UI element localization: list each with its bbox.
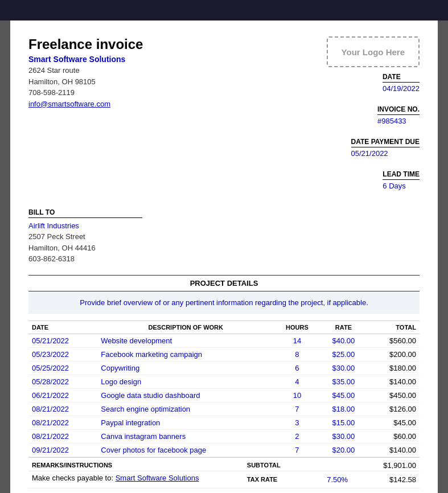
table-row: 05/28/2022 Logo design 4 $35.00 $140.00: [28, 375, 420, 388]
row-hours: 8: [274, 347, 320, 361]
bill-to-label: BILL TO: [28, 208, 142, 218]
company-address-line2: Hamilton, OH 98105: [28, 76, 143, 88]
company-email[interactable]: info@smartsoftware.com: [28, 100, 110, 108]
row-date: 06/21/2022: [28, 388, 97, 402]
row-rate: $20.00: [320, 443, 367, 457]
company-info: Freelance invoice Smart Software Solutio…: [28, 36, 143, 197]
row-hours: 7: [274, 402, 320, 416]
subtotal-label: SUBTOTAL: [244, 457, 314, 471]
table-row: 05/21/2022 Website development 14 $40.00…: [28, 334, 420, 347]
row-rate: $25.00: [320, 347, 367, 361]
line-items-table: DATE DESCRIPTION OF WORK HOURS RATE TOTA…: [28, 321, 420, 457]
company-name: Smart Software Solutions: [28, 55, 143, 64]
total-label: TOTAL: [244, 488, 314, 493]
row-hours: 3: [274, 416, 320, 429]
row-rate: $40.00: [320, 334, 367, 347]
lead-time-label: LEAD TIME: [383, 170, 420, 180]
row-description: Logo design: [97, 375, 274, 388]
col-rate: RATE: [320, 321, 367, 334]
subtotal-spacer: [314, 457, 361, 471]
row-rate: $30.00: [320, 361, 367, 375]
row-rate: $30.00: [320, 429, 367, 443]
row-hours: 14: [274, 334, 320, 347]
table-row: 08/21/2022 Canva instagram banners 2 $30…: [28, 429, 420, 443]
row-date: 05/25/2022: [28, 361, 97, 375]
invoice-container: Freelance invoice Smart Software Solutio…: [10, 20, 438, 493]
bill-to-name: Airlift Industries: [28, 221, 142, 230]
tax-rate-label: TAX RATE: [244, 471, 314, 488]
row-rate: $15.00: [320, 416, 367, 429]
row-description: Search engine optimization: [97, 402, 274, 416]
row-date: 09/21/2022: [28, 443, 97, 457]
row-hours: 6: [274, 361, 320, 375]
row-total: $560.00: [367, 334, 420, 347]
invoice-title: Freelance invoice: [28, 36, 143, 52]
totals-table: REMARKS/INSTRUCTIONS SUBTOTAL $1,901.00 …: [28, 457, 420, 494]
row-description: Facebook marketing campaign: [97, 347, 274, 361]
row-date: 08/21/2022: [28, 429, 97, 443]
total-value: $2,043.58: [361, 488, 420, 493]
payment-due-field: DATE PAYMENT DUE 05/21/2022: [351, 138, 420, 158]
table-row: 05/23/2022 Facebook marketing campaign 8…: [28, 347, 420, 361]
bill-to-address2: Hamilton, OH 44416: [28, 243, 142, 254]
bill-to-address1: 2507 Peck Street: [28, 231, 142, 243]
row-rate: $45.00: [320, 388, 367, 402]
row-description: Website development: [97, 334, 274, 347]
date-value: 04/19/2022: [383, 84, 420, 93]
row-description: Cover photos for facebook page: [97, 443, 274, 457]
row-rate: $35.00: [320, 375, 367, 388]
row-date: 05/28/2022: [28, 375, 97, 388]
page-wrapper: Freelance invoice Smart Software Solutio…: [0, 0, 448, 493]
row-date: 08/21/2022: [28, 402, 97, 416]
date-label: DATE: [383, 73, 420, 83]
col-description: DESCRIPTION OF WORK: [97, 321, 274, 334]
row-total: $140.00: [367, 375, 420, 388]
bill-to-section: BILL TO Airlift Industries 2507 Peck Str…: [28, 208, 142, 265]
invoice-header: Freelance invoice Smart Software Solutio…: [28, 36, 420, 197]
remarks-label: REMARKS/INSTRUCTIONS: [28, 457, 244, 471]
row-date: 08/21/2022: [28, 416, 97, 429]
row-date: 05/23/2022: [28, 347, 97, 361]
row-hours: 4: [274, 375, 320, 388]
remarks-company-link[interactable]: Smart Software Solutions: [116, 474, 199, 482]
payment-due-label: DATE PAYMENT DUE: [351, 138, 420, 147]
tax-rate-pct: 7.50%: [314, 471, 361, 488]
row-total: $450.00: [367, 388, 420, 402]
row-hours: 7: [274, 443, 320, 457]
company-address-line1: 2624 Star route: [28, 65, 143, 76]
table-row: 08/21/2022 Paypal integration 3 $15.00 $…: [28, 416, 420, 429]
table-row: 05/25/2022 Copywriting 6 $30.00 $180.00: [28, 361, 420, 375]
bill-to-phone: 603-862-6318: [28, 253, 142, 265]
remarks-text: Make checks payable to:: [32, 474, 113, 482]
col-total: TOTAL: [367, 321, 420, 334]
date-field: DATE 04/19/2022: [383, 73, 420, 93]
row-description: Canva instagram banners: [97, 429, 274, 443]
row-total: $140.00: [367, 443, 420, 457]
row-total: $180.00: [367, 361, 420, 375]
invoice-no-field: INVOICE NO. #985433: [377, 105, 420, 125]
col-date: DATE: [28, 321, 97, 334]
table-row: 08/21/2022 Search engine optimization 7 …: [28, 402, 420, 416]
table-row: 06/21/2022 Google data studio dashboard …: [28, 388, 420, 402]
row-description: Google data studio dashboard: [97, 388, 274, 402]
tax-rate-value: $142.58: [361, 471, 420, 488]
lead-time-field: LEAD TIME 6 Days: [383, 170, 420, 190]
row-total: $126.00: [367, 402, 420, 416]
subtotal-value: $1,901.00: [361, 457, 420, 471]
row-total: $200.00: [367, 347, 420, 361]
logo-placeholder: Your Logo Here: [327, 36, 420, 67]
company-phone: 708-598-2119: [28, 87, 143, 98]
lead-time-value: 6 Days: [383, 182, 420, 190]
row-description: Paypal integration: [97, 416, 274, 429]
project-details-header: PROJECT DETAILS: [28, 275, 420, 291]
row-total: $60.00: [367, 429, 420, 443]
row-rate: $18.00: [320, 402, 367, 416]
table-row: 09/21/2022 Cover photos for facebook pag…: [28, 443, 420, 457]
row-hours: 2: [274, 429, 320, 443]
billing-row: BILL TO Airlift Industries 2507 Peck Str…: [28, 208, 420, 265]
project-overview: Provide brief overview of or any pertine…: [28, 291, 420, 314]
payment-due-value: 05/21/2022: [351, 149, 420, 158]
header-right: Your Logo Here DATE 04/19/2022 INVOICE N…: [327, 36, 420, 197]
row-hours: 10: [274, 388, 320, 402]
row-description: Copywriting: [97, 361, 274, 375]
